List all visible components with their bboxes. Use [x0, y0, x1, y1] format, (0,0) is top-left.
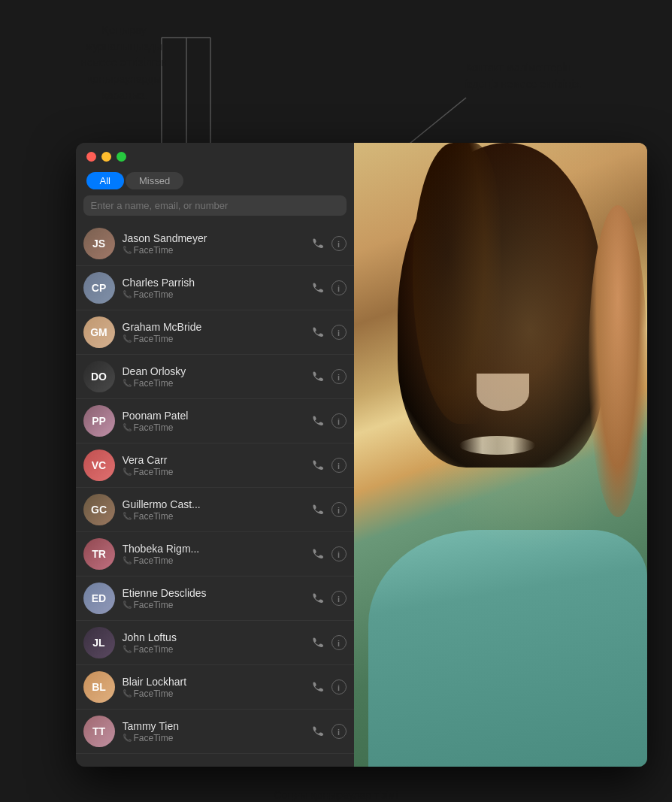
close-button[interactable]	[86, 152, 96, 162]
tabs-row: All Missed	[76, 168, 354, 195]
info-button-thobeka[interactable]: i	[331, 546, 347, 561]
contact-item-tammy[interactable]: TT Tammy Tien 📞 FaceTime i	[76, 710, 354, 754]
search-input[interactable]	[83, 195, 347, 216]
contact-info-vera: Vera Carr 📞 FaceTime	[123, 454, 303, 477]
contact-actions-blair: i	[310, 679, 347, 695]
avatar-graham: GM	[83, 316, 115, 348]
info-button-john[interactable]: i	[331, 635, 347, 650]
phone-small-icon: 📞	[123, 556, 132, 564]
info-button-charles[interactable]: i	[331, 280, 347, 295]
avatar-vera: VC	[83, 449, 115, 481]
svg-line-5	[406, 98, 466, 147]
contact-sub-guillermo: 📞 FaceTime	[123, 511, 303, 522]
avatar-john: JL	[83, 627, 115, 658]
minimize-button[interactable]	[101, 152, 111, 162]
info-button-tammy[interactable]: i	[331, 724, 347, 739]
avatar-blair: BL	[83, 671, 115, 703]
call-button-blair[interactable]	[310, 679, 325, 695]
info-button-jason[interactable]: i	[331, 236, 347, 251]
phone-small-icon: 📞	[123, 246, 132, 254]
contact-item-etienne[interactable]: ED Etienne Desclides 📞 FaceTime i	[76, 577, 354, 621]
call-button-jason[interactable]	[310, 236, 325, 251]
call-button-vera[interactable]	[310, 458, 325, 473]
facetime-photo	[354, 143, 647, 767]
annotation-top-right: Контакт мәліметтерініздеңіз немесе енгіз…	[465, 60, 612, 92]
call-button-etienne[interactable]	[310, 591, 325, 606]
contact-sub-poonam: 📞 FaceTime	[123, 422, 303, 433]
phone-small-icon: 📞	[123, 601, 132, 609]
contact-item-vera[interactable]: VC Vera Carr 📞 FaceTime i	[76, 443, 354, 488]
main-panel	[354, 143, 647, 767]
info-button-vera[interactable]: i	[331, 458, 347, 473]
contact-sub-vera: 📞 FaceTime	[123, 467, 303, 477]
call-button-thobeka[interactable]	[310, 546, 325, 561]
contact-sub-blair: 📞 FaceTime	[123, 689, 303, 699]
contact-item-jason[interactable]: JS Jason Sandmeyer 📞 FaceTime i	[76, 222, 354, 266]
contact-item-blair[interactable]: BL Blair Lockhart 📞 FaceTime i	[76, 665, 354, 710]
contact-sub-tammy: 📞 FaceTime	[123, 733, 303, 743]
phone-small-icon: 📞	[123, 468, 132, 476]
contact-item-charles[interactable]: CP Charles Parrish 📞 FaceTime i	[76, 266, 354, 310]
phone-small-icon: 📞	[123, 423, 132, 431]
contact-actions-guillermo: i	[310, 502, 347, 517]
call-button-charles[interactable]	[310, 280, 325, 295]
contact-actions-vera: i	[310, 458, 347, 473]
phone-small-icon: 📞	[123, 734, 132, 742]
contact-name-charles: Charles Parrish	[123, 277, 303, 289]
contact-name-jason: Jason Sandmeyer	[123, 232, 303, 244]
contact-info-blair: Blair Lockhart 📞 FaceTime	[123, 676, 303, 699]
contact-info-graham: Graham McBride 📞 FaceTime	[123, 321, 303, 344]
info-button-blair[interactable]: i	[331, 679, 347, 695]
contact-info-charles: Charles Parrish 📞 FaceTime	[123, 277, 303, 300]
info-button-dean[interactable]: i	[331, 369, 347, 384]
contact-name-tammy: Tammy Tien	[123, 720, 303, 732]
avatar-etienne: ED	[83, 583, 115, 614]
contact-name-etienne: Etienne Desclides	[123, 587, 303, 599]
call-button-guillermo[interactable]	[310, 502, 325, 517]
phone-small-icon: 📞	[123, 290, 132, 298]
phone-small-icon: 📞	[123, 334, 132, 343]
info-button-guillermo[interactable]: i	[331, 502, 347, 517]
contact-name-graham: Graham McBride	[123, 321, 303, 333]
info-button-etienne[interactable]: i	[331, 591, 347, 606]
contact-item-thobeka[interactable]: TR Thobeka Rigm... 📞 FaceTime i	[76, 532, 354, 577]
tab-missed[interactable]: Missed	[126, 172, 183, 189]
info-button-graham[interactable]: i	[331, 325, 347, 340]
contact-info-john: John Loftus 📞 FaceTime	[123, 631, 303, 655]
contact-item-guillermo[interactable]: GC Guillermo Cast... 📞 FaceTime i	[76, 488, 354, 532]
call-button-graham[interactable]	[310, 325, 325, 340]
contact-name-blair: Blair Lockhart	[123, 676, 303, 688]
call-button-tammy[interactable]	[310, 724, 325, 739]
contact-actions-john: i	[310, 635, 347, 650]
call-button-john[interactable]	[310, 635, 325, 650]
call-button-dean[interactable]	[310, 369, 325, 384]
avatar-charles: CP	[83, 272, 115, 304]
tab-all[interactable]: All	[86, 172, 124, 189]
contact-actions-charles: i	[310, 280, 347, 295]
contact-info-thobeka: Thobeka Rigm... 📞 FaceTime	[123, 543, 303, 566]
annotation-bottom: Соңғы қоңыраулар тізімі	[274, 788, 398, 802]
phone-small-icon: 📞	[123, 379, 132, 387]
contact-item-john[interactable]: JL John Loftus 📞 FaceTime i	[76, 621, 354, 665]
contact-sub-graham: 📞 FaceTime	[123, 334, 303, 344]
contact-item-dean[interactable]: DO Dean Orlosky 📞 FaceTime i	[76, 355, 354, 399]
contact-actions-thobeka: i	[310, 546, 347, 561]
annotation-top-left: Қоңыраужурналыңыздынемесе өткізілгенқоңы…	[75, 23, 173, 104]
contact-actions-poonam: i	[310, 413, 347, 428]
contact-info-dean: Dean Orlosky 📞 FaceTime	[123, 365, 303, 389]
contact-item-poonam[interactable]: PP Poonam Patel 📞 FaceTime i	[76, 399, 354, 443]
contact-actions-tammy: i	[310, 724, 347, 739]
info-button-poonam[interactable]: i	[331, 413, 347, 428]
contact-name-guillermo: Guillermo Cast...	[123, 498, 303, 510]
phone-small-icon: 📞	[123, 645, 132, 653]
avatar-tammy: TT	[83, 716, 115, 747]
maximize-button[interactable]	[117, 152, 126, 162]
phone-small-icon: 📞	[123, 689, 132, 698]
avatar-dean: DO	[83, 361, 115, 392]
phone-small-icon: 📞	[123, 512, 132, 520]
contact-item-graham[interactable]: GM Graham McBride 📞 FaceTime i	[76, 310, 354, 355]
contact-actions-etienne: i	[310, 591, 347, 606]
contact-name-dean: Dean Orlosky	[123, 365, 303, 377]
contact-list: JS Jason Sandmeyer 📞 FaceTime i	[76, 222, 354, 767]
call-button-poonam[interactable]	[310, 413, 325, 428]
